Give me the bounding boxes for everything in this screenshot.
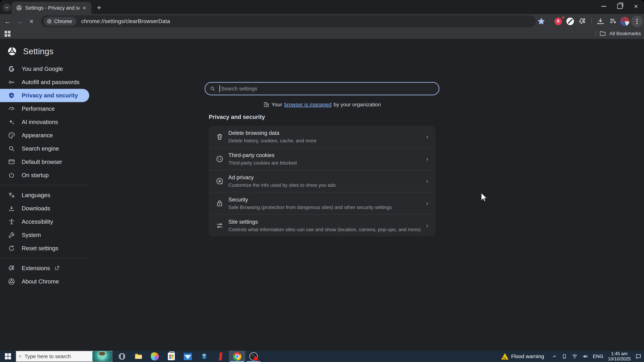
row-security[interactable]: Security Safe Browsing (protection from … (209, 192, 435, 214)
sidebar-item-languages[interactable]: Languages (0, 189, 89, 202)
reset-arrow-icon (8, 245, 16, 252)
microsoft-store-button[interactable] (163, 351, 180, 362)
taskbar-search-input[interactable] (24, 353, 92, 360)
url-text[interactable]: chrome://settings/clearBrowserData (81, 18, 170, 24)
browser-toolbar: ← → × Chrome chrome://settings/clearBrow… (0, 14, 644, 29)
alert-label: Flood warning (511, 354, 544, 359)
extension-red-badge-icon[interactable] (554, 17, 563, 26)
file-explorer-button[interactable] (130, 351, 147, 362)
sidebar-item-label: Search engine (22, 145, 59, 152)
start-button[interactable] (0, 351, 16, 362)
row-subtitle: Delete history, cookies, cache, and more (228, 138, 316, 144)
taskbar-search-box[interactable] (16, 351, 112, 362)
browser-tab-active[interactable]: Settings - Privacy and security × (12, 2, 91, 14)
chevron-right-icon: › (426, 177, 428, 185)
settings-search-input[interactable] (221, 85, 439, 92)
mail-button[interactable] (180, 351, 196, 362)
window-restore-button[interactable] (612, 0, 628, 12)
sidebar-item-reset-settings[interactable]: Reset settings (0, 242, 89, 255)
settings-search-box[interactable] (204, 82, 440, 95)
section-title: Privacy and security (209, 114, 265, 120)
sidebar-item-ai-innovations[interactable]: AI innovations (0, 115, 89, 129)
row-site-settings[interactable]: Site settings Controls what information … (209, 214, 435, 236)
sidebar-item-default-browser[interactable]: Default browser (0, 155, 89, 169)
sidebar-item-system[interactable]: System (0, 228, 89, 242)
red-app-icon (219, 352, 222, 361)
chrome-icon (233, 352, 241, 361)
window-minimize-button[interactable] (596, 0, 612, 12)
new-tab-button[interactable]: + (94, 3, 104, 12)
obs-recorder-button[interactable] (245, 351, 262, 362)
chrome-url-chip[interactable]: Chrome (44, 17, 76, 26)
sidebar-item-about-chrome[interactable]: About Chrome (0, 275, 89, 288)
row-ad-privacy[interactable]: Ad privacy Customize the info used by si… (209, 170, 435, 192)
tab-search-button[interactable] (2, 3, 11, 11)
row-title: Third-party cookies (228, 152, 297, 158)
sidebar-item-downloads[interactable]: Downloads (0, 202, 89, 215)
blue-chevrons-icon (200, 352, 208, 361)
chevron-right-icon: › (426, 200, 428, 207)
sidebar-item-extensions[interactable]: Extensions (0, 262, 89, 275)
browser-is-managed-link[interactable]: browser is managed (284, 102, 332, 107)
microsoft-store-icon (168, 353, 175, 360)
profile-avatar[interactable] (620, 17, 629, 26)
sidebar-item-search-engine[interactable]: Search engine (0, 142, 89, 155)
apps-grid-icon[interactable] (4, 31, 10, 37)
task-view-button[interactable] (114, 351, 130, 362)
reading-list-icon[interactable] (609, 17, 617, 25)
sidebar-item-autofill[interactable]: Autofill and passwords (0, 75, 89, 89)
organization-building-icon (263, 101, 270, 108)
language-indicator[interactable]: ENG (593, 354, 604, 359)
extension-white-circle-icon[interactable] (566, 17, 575, 26)
tray-device-icon[interactable] (562, 354, 567, 359)
blue-chevrons-app-button[interactable] (196, 351, 212, 362)
bookmark-star-icon[interactable] (538, 17, 545, 25)
row-delete-browsing-data[interactable]: Delete browsing data Delete history, coo… (209, 126, 435, 148)
copilot-button[interactable] (147, 351, 163, 362)
url-bar[interactable]: Chrome chrome://settings/clearBrowserDat… (41, 15, 536, 27)
managed-suffix: by your organization (334, 102, 381, 107)
browser-menu-button[interactable] (631, 15, 643, 27)
tray-network-icon[interactable] (572, 354, 578, 359)
tray-volume-icon[interactable] (582, 354, 588, 359)
chrome-taskbar-button[interactable] (229, 351, 245, 362)
extensions-puzzle-icon[interactable] (578, 17, 586, 25)
sidebar-item-label: About Chrome (22, 278, 59, 285)
palette-icon (8, 131, 16, 139)
forward-button[interactable]: → (14, 16, 25, 26)
alert-notification[interactable]: Flood warning (501, 353, 544, 360)
back-button[interactable]: ← (2, 16, 13, 26)
trash-icon (215, 132, 224, 141)
desktop-screen: Settings - Privacy and security × + × ← … (0, 0, 644, 362)
sidebar-item-privacy-and-security[interactable]: Privacy and security (0, 89, 89, 102)
sidebar-item-label: On startup (22, 172, 49, 179)
text-caret (220, 85, 220, 92)
clock[interactable]: 1:45 am 10/10/2025 (608, 351, 631, 362)
key-icon (8, 78, 16, 86)
window-close-button[interactable]: × (628, 0, 644, 12)
sidebar-item-label: System (22, 232, 41, 238)
sidebar-item-accessibility[interactable]: Accessibility (0, 215, 89, 228)
running-indicator (247, 361, 260, 362)
search-highlight-image[interactable] (92, 351, 112, 362)
tray-chevron-up-icon[interactable] (552, 354, 557, 359)
red-app-button[interactable] (212, 351, 229, 362)
sidebar-item-label: Default browser (22, 159, 62, 165)
sidebar-item-on-startup[interactable]: On startup (0, 169, 89, 182)
sidebar-item-you-and-google[interactable]: You and Google (0, 62, 89, 75)
sparkle-icon (8, 118, 16, 126)
translate-icon (8, 191, 16, 199)
restore-icon (617, 4, 622, 9)
downloads-icon[interactable] (596, 17, 604, 25)
action-center-icon[interactable] (635, 353, 642, 360)
copilot-icon (151, 352, 159, 361)
sidebar-item-appearance[interactable]: Appearance (0, 129, 89, 142)
row-title: Delete browsing data (228, 130, 316, 136)
all-bookmarks-button[interactable]: All Bookmarks (610, 31, 641, 36)
ads-circle-icon (215, 177, 224, 186)
tab-close-button[interactable]: × (81, 4, 88, 11)
row-third-party-cookies[interactable]: Third-party cookies Third-party cookies … (209, 148, 435, 170)
external-link-icon (54, 265, 60, 272)
stop-loading-button[interactable]: × (26, 16, 36, 26)
sidebar-item-label: Downloads (22, 205, 50, 212)
